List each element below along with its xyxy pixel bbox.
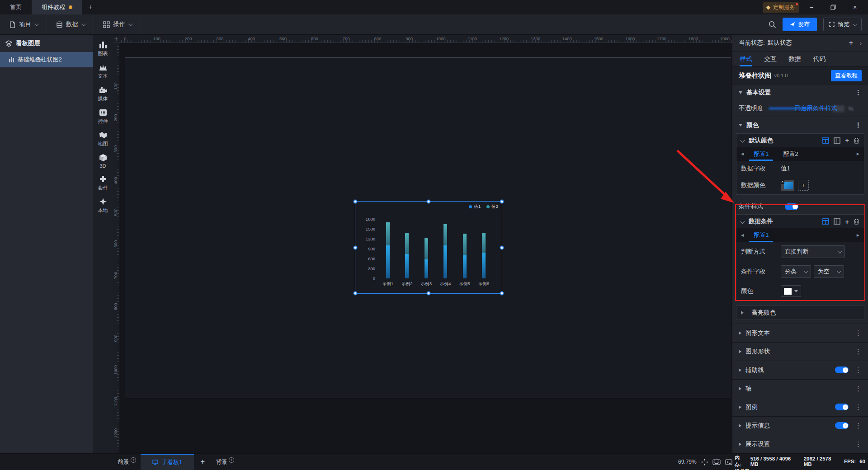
condition-color-picker[interactable]	[781, 285, 801, 297]
view-tutorial-button[interactable]: 查看教程	[831, 70, 862, 81]
table-icon[interactable]	[822, 137, 829, 144]
add-config-icon[interactable]: +	[845, 218, 849, 226]
section-toggle[interactable]	[835, 404, 849, 410]
color-section-header[interactable]: 颜色 ⋮	[732, 117, 868, 133]
publish-button[interactable]: 发布	[783, 18, 817, 31]
dock-item-文本[interactable]: 文本	[93, 63, 113, 80]
kebab-menu-icon[interactable]: ⋮	[855, 121, 862, 129]
tab-prev-arrow[interactable]: ◀	[738, 152, 746, 156]
ruler-corner[interactable]	[113, 35, 119, 43]
legend-item[interactable]: 值1	[469, 204, 481, 210]
table-icon[interactable]	[822, 218, 829, 225]
panel-layout-icon[interactable]	[834, 137, 840, 144]
resize-handle-nw[interactable]	[354, 200, 358, 204]
judge-method-select[interactable]: 直接判断	[781, 245, 845, 258]
collapse-icon[interactable]	[741, 138, 745, 143]
conditional-style-toggle[interactable]	[785, 203, 798, 210]
section-展示设置[interactable]: 展示设置⋮	[732, 435, 868, 453]
close-button[interactable]: ×	[845, 0, 864, 14]
resize-handle-sw[interactable]	[354, 291, 358, 296]
preview-button[interactable]: 预览	[823, 18, 862, 31]
custom-service-badge[interactable]: ◆ 定制服务	[763, 2, 799, 13]
toolbar-menu-3[interactable]: 操作	[94, 14, 141, 34]
add-config-icon[interactable]: +	[845, 136, 849, 144]
canvas[interactable]: 0100200300400500600700800900100011001200…	[113, 35, 732, 453]
sub-board-tab[interactable]: 子看板1	[141, 454, 194, 470]
condition-operator-select[interactable]: 为空	[814, 265, 844, 278]
dock-item-图表[interactable]: 图表	[93, 40, 113, 57]
new-tab-button[interactable]: +	[82, 0, 99, 14]
foreground-label[interactable]: 前景 +	[113, 454, 141, 470]
add-foreground-icon[interactable]: +	[131, 457, 136, 463]
dock-item-本地[interactable]: 本地	[93, 197, 113, 214]
resize-handle-s[interactable]	[427, 291, 431, 296]
kebab-menu-icon[interactable]: ⋮	[855, 403, 862, 411]
resize-handle-se[interactable]	[500, 291, 504, 296]
tab-next-arrow[interactable]: ▶	[854, 152, 862, 156]
config-tab-配置1[interactable]: 配置1	[746, 147, 776, 161]
collapse-icon[interactable]	[741, 219, 745, 224]
section-toggle[interactable]	[835, 422, 849, 429]
titlebar-tab-2[interactable]: 组件教程	[32, 0, 82, 14]
kebab-menu-icon[interactable]: ⋮	[855, 366, 862, 374]
stacked-bar-chart-component[interactable]: 值1值2 0300600900120015001800示例1示例2示例3示例4示…	[355, 201, 502, 294]
resize-handle-ne[interactable]	[500, 200, 504, 204]
tab-prev-arrow[interactable]: ◀	[738, 233, 746, 237]
tab-数据[interactable]: 数据	[788, 52, 801, 67]
keyboard-icon[interactable]	[712, 459, 721, 465]
trash-icon[interactable]	[854, 218, 859, 225]
section-提示信息[interactable]: 提示信息⋮	[732, 416, 868, 435]
dock-item-地图[interactable]: 地图	[93, 131, 113, 147]
tab-代码[interactable]: 代码	[813, 52, 826, 67]
tab-样式[interactable]: 样式	[740, 52, 752, 67]
restore-button[interactable]	[824, 0, 843, 14]
legend-item[interactable]: 值2	[486, 204, 498, 210]
dock-item-套件[interactable]: 套件	[93, 174, 113, 191]
section-图形形状[interactable]: 图形形状⋮	[732, 342, 868, 361]
kebab-menu-icon[interactable]: ⋮	[855, 440, 862, 448]
resize-handle-w[interactable]	[354, 245, 358, 249]
background-label[interactable]: 背景 +	[211, 454, 239, 470]
dock-item-控件[interactable]: 控件	[93, 108, 113, 125]
next-state-button[interactable]: ›	[860, 40, 862, 47]
minimize-button[interactable]: −	[802, 0, 821, 14]
data-color-swatch[interactable]: x	[781, 180, 794, 191]
tab-交互[interactable]: 交互	[764, 52, 777, 67]
section-轴[interactable]: 轴⋮	[732, 379, 868, 398]
dock-item-媒体[interactable]: 媒体	[93, 85, 113, 102]
fit-view-icon[interactable]	[701, 459, 708, 465]
zoom-level[interactable]: 69.79%	[678, 459, 697, 465]
section-辅助线[interactable]: 辅助线⋮	[732, 361, 868, 379]
condition-field-select[interactable]: 分类	[781, 265, 811, 278]
highlight-color-header[interactable]: 高亮颜色	[736, 306, 864, 320]
section-toggle[interactable]	[835, 367, 849, 373]
h-ruler-label: 1200	[499, 36, 509, 41]
kebab-menu-icon[interactable]: ⋮	[855, 329, 862, 337]
kebab-menu-icon[interactable]: ⋮	[855, 422, 862, 430]
config-tab-配置1[interactable]: 配置1	[746, 228, 776, 242]
toolbar-menu-1[interactable]: 项目	[0, 14, 47, 34]
resize-handle-e[interactable]	[500, 245, 504, 249]
resize-handle-n[interactable]	[427, 200, 431, 204]
add-state-button[interactable]: +	[849, 38, 854, 47]
add-background-icon[interactable]: +	[229, 457, 234, 463]
tab-next-arrow[interactable]: ▶	[854, 233, 862, 237]
console-icon[interactable]	[725, 459, 732, 465]
toolbar-menu-2[interactable]: 数据	[47, 14, 94, 34]
panel-layout-icon[interactable]	[834, 218, 840, 225]
dock-item-3D[interactable]: 3D	[93, 153, 113, 169]
kebab-menu-icon[interactable]: ⋮	[855, 348, 862, 356]
add-color-button[interactable]: +	[798, 180, 809, 191]
trash-icon[interactable]	[854, 137, 859, 144]
basic-settings-header[interactable]: 基本设置 ⋮	[732, 84, 868, 101]
section-图形文本[interactable]: 图形文本⋮	[732, 324, 868, 342]
chart-bar-series2	[405, 233, 409, 254]
kebab-menu-icon[interactable]: ⋮	[855, 385, 862, 393]
layer-item-1[interactable]: 基础堆叠柱状图2	[0, 52, 93, 67]
titlebar-tab-1[interactable]: 首页	[0, 0, 32, 14]
section-图例[interactable]: 图例⋮	[732, 398, 868, 416]
search-icon[interactable]	[769, 21, 776, 28]
kebab-menu-icon[interactable]: ⋮	[855, 89, 862, 97]
add-board-button[interactable]: +	[194, 454, 211, 470]
config-tab-配置2[interactable]: 配置2	[776, 147, 805, 161]
